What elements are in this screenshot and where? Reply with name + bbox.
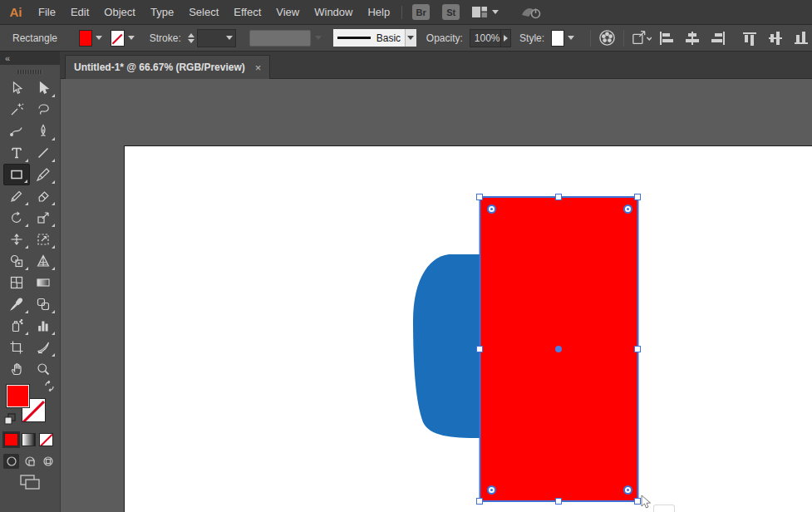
pen-tool[interactable] <box>30 121 57 142</box>
swap-fill-stroke-icon[interactable] <box>43 381 56 391</box>
cursor-hint-badge <box>653 505 675 512</box>
align-top-button[interactable] <box>741 28 760 48</box>
slice-tool[interactable] <box>30 337 57 358</box>
app-logo[interactable]: Ai <box>0 5 32 19</box>
menu-item-object[interactable]: Object <box>104 6 135 18</box>
stock-button[interactable]: St <box>442 4 460 20</box>
eraser-tool[interactable] <box>30 185 57 207</box>
pencil-tool[interactable] <box>3 185 30 207</box>
selection-handle-top-left[interactable] <box>476 194 483 200</box>
selection-tool-icon <box>9 81 24 96</box>
brush-definition-dropdown <box>249 30 311 47</box>
none-button[interactable] <box>39 433 53 446</box>
free-transform-tool[interactable] <box>30 229 57 250</box>
chevron-down-icon <box>492 10 499 14</box>
align-right-button[interactable] <box>708 28 728 48</box>
blend-tool[interactable] <box>30 293 57 315</box>
fill-chevron-icon[interactable] <box>96 36 102 40</box>
recolor-artwork-button[interactable] <box>598 28 616 48</box>
mesh-tool-icon <box>9 275 24 290</box>
rectangle-tool[interactable] <box>3 164 30 185</box>
align-left-icon <box>658 31 675 46</box>
align-left-button[interactable] <box>657 28 677 48</box>
paintbrush-tool[interactable] <box>30 164 57 185</box>
draw-behind-mode-button[interactable] <box>22 454 37 469</box>
menu-item-help[interactable]: Help <box>367 6 390 18</box>
draw-inside-mode-button[interactable] <box>40 454 56 469</box>
style-chevron-icon[interactable] <box>568 36 574 40</box>
width-tool[interactable] <box>3 229 30 250</box>
fill-proxy-swatch[interactable] <box>6 384 30 408</box>
stroke-style-chevron-button[interactable] <box>405 29 416 47</box>
align-middle-button[interactable] <box>766 28 786 48</box>
collapse-panel-icon[interactable]: « <box>5 53 9 63</box>
column-graph-tool[interactable] <box>30 315 57 337</box>
corner-widget-bottom-left[interactable] <box>487 485 496 495</box>
stroke-weight-field[interactable] <box>197 29 236 47</box>
fill-color-swatch[interactable] <box>79 30 92 47</box>
canvas-area[interactable] <box>61 79 812 512</box>
selection-handle-bottom-right[interactable] <box>634 498 641 505</box>
gradient-tool[interactable] <box>30 272 57 293</box>
selection-handle-bottom-left[interactable] <box>476 498 483 505</box>
stroke-weight-chevron-icon[interactable] <box>226 36 233 40</box>
eyedropper-tool[interactable] <box>3 293 30 315</box>
graphic-style-swatch[interactable] <box>551 30 564 47</box>
menu-item-file[interactable]: File <box>38 6 56 18</box>
line-segment-tool[interactable] <box>30 142 57 164</box>
perspective-grid-tool[interactable] <box>30 250 57 272</box>
document-tab[interactable]: Untitled-1* @ 66.67% (RGB/Preview) × <box>65 55 270 79</box>
color-button[interactable] <box>4 433 18 446</box>
artboard-tool[interactable] <box>3 337 30 358</box>
selection-handle-middle-left[interactable] <box>476 346 483 352</box>
bridge-button[interactable]: Br <box>412 4 430 20</box>
scale-tool[interactable] <box>30 207 57 229</box>
stroke-color-swatch[interactable] <box>111 30 124 47</box>
screen-mode-button[interactable] <box>18 474 42 490</box>
rotate-tool[interactable] <box>3 207 30 229</box>
menu-item-window[interactable]: Window <box>314 6 352 18</box>
align-top-icon <box>742 31 759 46</box>
menu-item-edit[interactable]: Edit <box>71 6 89 18</box>
workspace-switcher[interactable] <box>472 7 499 17</box>
selection-tool[interactable] <box>3 77 30 99</box>
selection-handle-top-center[interactable] <box>555 194 562 200</box>
stroke-chevron-icon[interactable] <box>128 36 135 40</box>
selection-handle-middle-right[interactable] <box>634 346 641 352</box>
selection-center-point[interactable] <box>555 346 562 352</box>
tools-panel-grip[interactable] <box>17 70 42 74</box>
menu-item-select[interactable]: Select <box>189 6 219 18</box>
corner-widget-top-left[interactable] <box>487 204 496 214</box>
align-bottom-button[interactable] <box>792 28 812 48</box>
lasso-tool[interactable] <box>30 99 57 121</box>
magic-wand-tool[interactable] <box>3 99 30 121</box>
stroke-style-dropdown[interactable]: Basic <box>333 29 405 47</box>
shape-menu-button[interactable] <box>632 28 652 48</box>
eraser-tool-icon <box>36 189 51 204</box>
curvature-tool[interactable] <box>3 121 30 142</box>
free-transform-tool-icon <box>36 232 51 247</box>
corner-widget-bottom-right[interactable] <box>623 485 632 495</box>
symbol-sprayer-tool[interactable] <box>3 315 30 337</box>
shape-builder-tool[interactable] <box>3 250 30 272</box>
gpu-performance-icon[interactable] <box>520 5 542 20</box>
align-center-button[interactable] <box>682 28 702 48</box>
selection-handle-top-right[interactable] <box>634 194 641 200</box>
opacity-chevron-button[interactable] <box>501 29 511 47</box>
opacity-field[interactable]: 100% <box>470 29 501 47</box>
corner-widget-top-right[interactable] <box>623 204 632 214</box>
direct-selection-tool[interactable] <box>30 77 57 99</box>
menu-item-effect[interactable]: Effect <box>234 6 261 18</box>
gradient-button[interactable] <box>22 433 36 446</box>
draw-normal-mode-button[interactable] <box>3 454 19 469</box>
type-tool[interactable] <box>3 142 30 164</box>
stroke-weight-stepper[interactable] <box>188 33 194 43</box>
lasso-tool-icon <box>36 102 51 117</box>
mesh-tool[interactable] <box>3 272 30 293</box>
type-tool-icon <box>9 145 24 160</box>
selection-handle-bottom-center[interactable] <box>555 498 562 505</box>
default-fill-stroke-icon[interactable] <box>4 413 16 425</box>
menu-item-type[interactable]: Type <box>150 6 174 18</box>
menu-item-view[interactable]: View <box>276 6 299 18</box>
tab-close-icon[interactable]: × <box>255 62 262 74</box>
